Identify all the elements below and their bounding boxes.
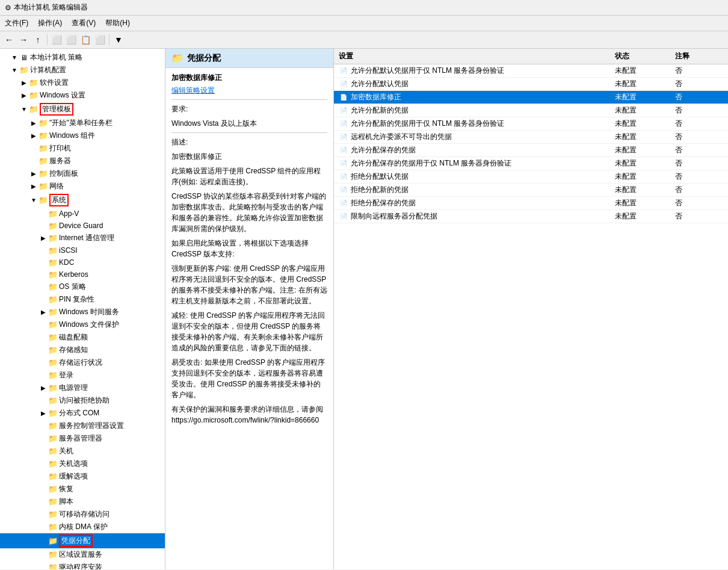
tree-sa-label: 存储感知 <box>59 345 88 355</box>
tree-kerberos[interactable]: ▶ 📁 Kerberos <box>0 268 165 280</box>
settings-row-2[interactable]: 📄 加密数据库修正 未配置 否 <box>334 91 728 104</box>
tree-wt-label: Windows 时间服务 <box>59 307 119 317</box>
tree-dcom-toggle: ▶ <box>39 409 48 418</box>
tree-winfile[interactable]: ▶ 📁 Windows 文件保护 <box>0 318 165 331</box>
folder-icon-sd: 📁 <box>48 447 58 456</box>
setting-name-6: 📄 允许分配保存的凭据 <box>339 145 615 155</box>
toolbar-collapse[interactable]: ⬜ <box>64 33 78 46</box>
tree-kdc[interactable]: ▶ 📁 KDC <box>0 256 165 268</box>
middle-edit-link[interactable]: 编辑策略设置 <box>171 86 215 94</box>
tree-kernel-dma[interactable]: ▶ 📁 内核 DMA 保护 <box>0 521 165 533</box>
toolbar-show-hide[interactable]: ⬜ <box>50 33 63 46</box>
settings-row-3[interactable]: 📄 允许分配新的凭据 未配置 否 <box>334 104 728 117</box>
tree-wincomp-toggle: ▶ <box>29 131 39 141</box>
menu-file[interactable]: 文件(F) <box>0 17 33 29</box>
tree-troubleshoot[interactable]: ▶ 📁 缓解选项 <box>0 470 165 483</box>
tree-admin-toggle: ▼ <box>19 105 29 114</box>
settings-row-5[interactable]: 📄 远程机允许委派不可导出的凭据 未配置 否 <box>334 131 728 144</box>
settings-row-11[interactable]: 📄 限制向远程服务器分配凭据 未配置 否 <box>334 210 728 223</box>
tree-scripts[interactable]: ▶ 📁 脚本 <box>0 495 165 508</box>
toolbar-new[interactable]: ⬜ <box>93 33 106 46</box>
setting-note-1: 否 <box>675 79 723 89</box>
tree-removable[interactable]: ▶ 📁 可移动存储访问 <box>0 508 165 521</box>
tree-computer-config[interactable]: ▼ 📁 计算机配置 <box>0 64 165 76</box>
tree-storage-awareness[interactable]: ▶ 📁 存储感知 <box>0 344 165 356</box>
folder-icon-di: 📁 <box>48 563 58 570</box>
toolbar-properties[interactable]: 📋 <box>79 33 92 46</box>
setting-icon-11: 📄 <box>339 212 348 221</box>
tree-root[interactable]: ▼ 🖥 本地计算机 策略 <box>0 51 165 64</box>
tree-disk[interactable]: ▶ 📁 磁盘配额 <box>0 331 165 344</box>
tree-ts-label: 缓解选项 <box>59 471 88 482</box>
tree-device-guard[interactable]: ▶ 📁 Device Guard <box>0 220 165 232</box>
tree-admin-templates[interactable]: ▼ 📁 管理模板 <box>0 102 165 117</box>
settings-row-9[interactable]: 📄 拒绝分配新的凭据 未配置 否 <box>334 184 728 197</box>
menu-help[interactable]: 帮助(H) <box>100 17 135 29</box>
tree-di-label: 驱动程序安装 <box>59 562 102 569</box>
tree-pin[interactable]: ▶ 📁 PIN 复杂性 <box>0 293 165 306</box>
tree-windows-settings[interactable]: ▶ 📁 Windows 设置 <box>0 89 165 102</box>
tree-network[interactable]: ▶ 📁 网络 <box>0 180 165 193</box>
tree-wintime[interactable]: ▶ 📁 Windows 时间服务 <box>0 306 165 318</box>
setting-status-10: 未配置 <box>615 198 675 208</box>
tree-server[interactable]: ▶ 📁 服务器 <box>0 155 165 167</box>
tree-shutdown-opts[interactable]: ▶ 📁 关机选项 <box>0 457 165 470</box>
tree-login[interactable]: ▶ 📁 登录 <box>0 369 165 382</box>
folder-icon-sm: 📁 <box>48 434 58 444</box>
settings-row-6[interactable]: 📄 允许分配保存的凭据 未配置 否 <box>334 144 728 157</box>
tree-internet-comm[interactable]: ▶ 📁 Internet 通信管理 <box>0 232 165 244</box>
folder-icon-start: 📁 <box>39 119 48 128</box>
tree-regional[interactable]: ▶ 📁 区域设置服务 <box>0 548 165 561</box>
tree-software-settings[interactable]: ▶ 📁 软件设置 <box>0 76 165 89</box>
tree-service-ctrl[interactable]: ▶ 📁 服务控制管理器设置 <box>0 420 165 432</box>
tree-sm-label: 服务器管理器 <box>59 433 102 444</box>
tree-iscsi[interactable]: ▶ 📁 iSCSI <box>0 244 165 256</box>
settings-row-7[interactable]: 📄 允许分配保存的凭据用于仅 NTLM 服务器身份验证 未配置 否 <box>334 157 728 170</box>
setting-status-1: 未配置 <box>615 79 675 89</box>
toolbar-sep-2 <box>109 34 110 45</box>
middle-desc-2: CredSSP 协议的某些版本容易受到针对客户端的加密数据库攻击。此策略控制与受… <box>171 191 327 234</box>
settings-row-4[interactable]: 📄 允许分配新的凭据用于仅 NTLM 服务器身份验证 未配置 否 <box>334 117 728 131</box>
toolbar-up[interactable]: ↑ <box>31 33 45 46</box>
toolbar-back[interactable]: ← <box>2 33 16 46</box>
tree-server-mgr[interactable]: ▶ 📁 服务器管理器 <box>0 432 165 445</box>
toolbar-forward[interactable]: → <box>17 33 30 46</box>
tree-restore[interactable]: ▶ 📁 恢复 <box>0 483 165 495</box>
tree-shutdown[interactable]: ▶ 📁 关机 <box>0 445 165 457</box>
tree-win-components[interactable]: ▶ 📁 Windows 组件 <box>0 129 165 142</box>
settings-row-8[interactable]: 📄 拒绝分配默认凭据 未配置 否 <box>334 170 728 184</box>
setting-note-6: 否 <box>675 145 723 155</box>
middle-desc-1: 此策略设置适用于使用 CredSSP 组件的应用程序(例如: 远程桌面连接)。 <box>171 166 327 187</box>
tree-dcom[interactable]: ▶ 📁 分布式 COM <box>0 407 165 420</box>
tree-start-menu[interactable]: ▶ 📁 "开始"菜单和任务栏 <box>0 117 165 129</box>
tree-sdo-label: 关机选项 <box>59 459 88 469</box>
tree-driver-install[interactable]: ▶ 📁 驱动程序安装 <box>0 561 165 569</box>
menu-view[interactable]: 查看(V) <box>67 17 100 29</box>
tree-os-policy[interactable]: ▶ 📁 OS 策略 <box>0 280 165 293</box>
tree-control-panel[interactable]: ▶ 📁 控制面板 <box>0 167 165 180</box>
tree-printer[interactable]: ▶ 📁 打印机 <box>0 142 165 155</box>
toolbar-filter[interactable]: ▼ <box>112 33 125 46</box>
tree-credentials[interactable]: ▶ 📁 凭据分配 <box>0 533 165 548</box>
settings-row-10[interactable]: 📄 拒绝分配保存的凭据 未配置 否 <box>334 197 728 210</box>
tree-cred-label: 凭据分配 <box>59 534 93 547</box>
tree-storage-status[interactable]: ▶ 📁 存储运行状况 <box>0 356 165 369</box>
setting-status-7: 未配置 <box>615 158 675 169</box>
setting-icon-7: 📄 <box>339 159 348 169</box>
folder-icon-disk: 📁 <box>48 333 58 342</box>
tree-power[interactable]: ▶ 📁 电源管理 <box>0 382 165 394</box>
setting-note-4: 否 <box>675 119 723 129</box>
folder-icon-server: 📁 <box>39 156 48 166</box>
settings-row-0[interactable]: 📄 允许分配默认凭据用于仅 NTLM 服务器身份验证 未配置 否 <box>334 64 728 78</box>
title-bar: ⚙ 本地计算机 策略编辑器 <box>0 0 728 16</box>
settings-row-1[interactable]: 📄 允许分配默认凭据 未配置 否 <box>334 78 728 91</box>
setting-status-9: 未配置 <box>615 185 675 195</box>
tree-appv[interactable]: ▶ 📁 App-V <box>0 208 165 220</box>
middle-desc-4: 强制更新的客户端: 使用 CredSSP 的客户端应用程序将无法回退到不安全的版… <box>171 263 327 306</box>
folder-icon-rem: 📁 <box>48 510 58 519</box>
menu-action[interactable]: 操作(A) <box>33 17 67 29</box>
folder-icon-wincomp: 📁 <box>39 131 48 141</box>
tree-system[interactable]: ▼ 📁 系统 <box>0 193 165 208</box>
tree-dg-label: Device Guard <box>59 221 103 230</box>
tree-access-denied[interactable]: ▶ 📁 访问被拒绝协助 <box>0 394 165 407</box>
